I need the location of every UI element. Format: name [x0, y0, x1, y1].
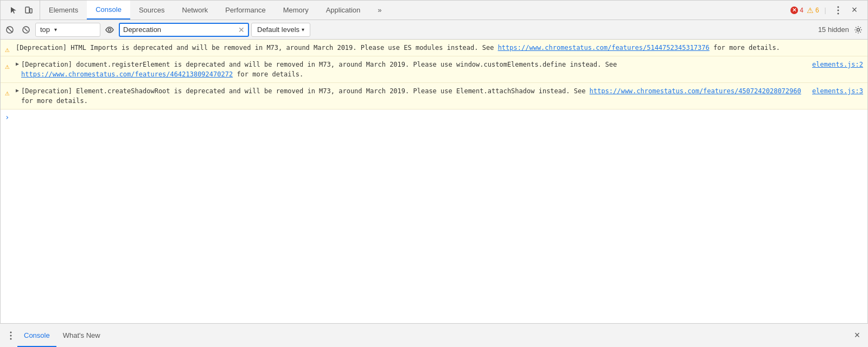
- console-content: ⚠ [Deprecation] HTML Imports is deprecat…: [1, 40, 867, 324]
- message-content-2: [Deprecation] document.registerElement i…: [21, 60, 808, 79]
- main-tabs: Elements Console Sources Network Perform…: [40, 1, 786, 20]
- warning-icon-1: ⚠: [5, 44, 9, 55]
- console-prompt-line: ›: [1, 110, 867, 125]
- svg-rect-1: [30, 9, 32, 13]
- live-expressions-icon[interactable]: [103, 23, 117, 37]
- tab-network[interactable]: Network: [174, 1, 217, 20]
- error-circle-icon: ✕: [790, 7, 798, 14]
- message-content-3: [Deprecation] Element.createShadowRoot i…: [21, 86, 808, 106]
- deprecation-link-1[interactable]: https://www.chromestatus.com/features/51…: [498, 44, 710, 52]
- bottom-close-icon[interactable]: ×: [851, 329, 864, 342]
- message-text-1: [Deprecation] HTML Imports is deprecated…: [16, 43, 863, 53]
- warning-icon-2: ⚠: [5, 61, 9, 72]
- message-with-arrow-3: ▶ [Deprecation] Element.createShadowRoot…: [16, 86, 863, 106]
- expand-arrow-2[interactable]: ▶: [16, 60, 19, 68]
- console-message-1: ⚠ [Deprecation] HTML Imports is deprecat…: [1, 40, 867, 56]
- svg-line-8: [24, 28, 28, 31]
- dropdown-arrow-icon: ▾: [54, 27, 57, 33]
- tab-sources[interactable]: Sources: [130, 1, 174, 20]
- svg-line-6: [7, 27, 12, 33]
- console-message-2: ⚠ ▶ [Deprecation] document.registerEleme…: [1, 56, 867, 83]
- bottom-more-icon[interactable]: [4, 329, 17, 342]
- device-icon[interactable]: [22, 4, 35, 17]
- console-message-3: ⚠ ▶ [Deprecation] Element.createShadowRo…: [1, 83, 867, 110]
- message-with-arrow-2: ▶ [Deprecation] document.registerElement…: [16, 60, 863, 79]
- svg-point-11: [10, 331, 12, 333]
- bottom-tab-console[interactable]: Console: [17, 324, 56, 347]
- tab-bar: Elements Console Sources Network Perform…: [1, 1, 867, 20]
- cursor-icon[interactable]: [7, 4, 20, 17]
- clear-console-icon[interactable]: [3, 23, 17, 37]
- separator: |: [822, 6, 828, 14]
- file-link-3[interactable]: elements.js:3: [812, 86, 863, 96]
- more-options-icon[interactable]: [832, 4, 845, 17]
- tab-bar-right: ✕ 4 ⚠ 6 | ×: [786, 4, 865, 17]
- error-count-badge[interactable]: ✕ 4: [790, 7, 803, 14]
- warn-triangle-icon: ⚠: [807, 6, 814, 15]
- svg-point-10: [857, 28, 860, 31]
- svg-point-3: [838, 9, 839, 11]
- expand-arrow-3[interactable]: ▶: [16, 86, 19, 94]
- file-link-2[interactable]: elements.js:2: [812, 60, 863, 69]
- svg-point-13: [10, 338, 12, 339]
- warn-count-badge[interactable]: ⚠ 6: [807, 6, 819, 15]
- tab-application[interactable]: Application: [317, 1, 369, 20]
- filter-clear-icon[interactable]: ✕: [238, 25, 245, 34]
- bottom-tab-whats-new[interactable]: What's New: [56, 324, 107, 347]
- deprecation-link-2[interactable]: https://www.chromestatus.com/features/46…: [21, 70, 233, 78]
- deprecation-link-3[interactable]: https://www.chromestatus.com/features/45…: [590, 87, 801, 95]
- svg-point-4: [838, 12, 839, 14]
- context-selector[interactable]: top ▾: [35, 23, 100, 37]
- svg-point-2: [838, 6, 839, 8]
- warning-icon-3: ⚠: [5, 87, 9, 99]
- stop-icon[interactable]: [19, 23, 33, 37]
- tab-elements[interactable]: Elements: [40, 1, 87, 20]
- filter-input-wrap: ✕: [119, 23, 249, 37]
- tab-memory[interactable]: Memory: [275, 1, 317, 20]
- tab-more[interactable]: »: [369, 1, 390, 20]
- levels-dropdown-arrow-icon: ▾: [302, 27, 304, 33]
- tab-console[interactable]: Console: [87, 1, 130, 20]
- log-levels-button[interactable]: Default levels ▾: [251, 23, 310, 37]
- hidden-count-label: 15 hidden: [818, 25, 849, 34]
- svg-rect-0: [25, 7, 29, 13]
- bottom-bar: Console What's New ×: [0, 323, 868, 347]
- console-toolbar: top ▾ ✕ Default levels ▾ 15 hidden: [1, 20, 867, 40]
- console-settings-icon[interactable]: [851, 23, 865, 37]
- svg-point-9: [108, 28, 111, 31]
- svg-point-12: [10, 335, 12, 336]
- prompt-arrow-icon: ›: [5, 113, 9, 121]
- devtools-icons: [3, 1, 40, 20]
- close-devtools-icon[interactable]: ×: [848, 4, 861, 17]
- tab-performance[interactable]: Performance: [216, 1, 274, 20]
- filter-input[interactable]: [123, 25, 238, 34]
